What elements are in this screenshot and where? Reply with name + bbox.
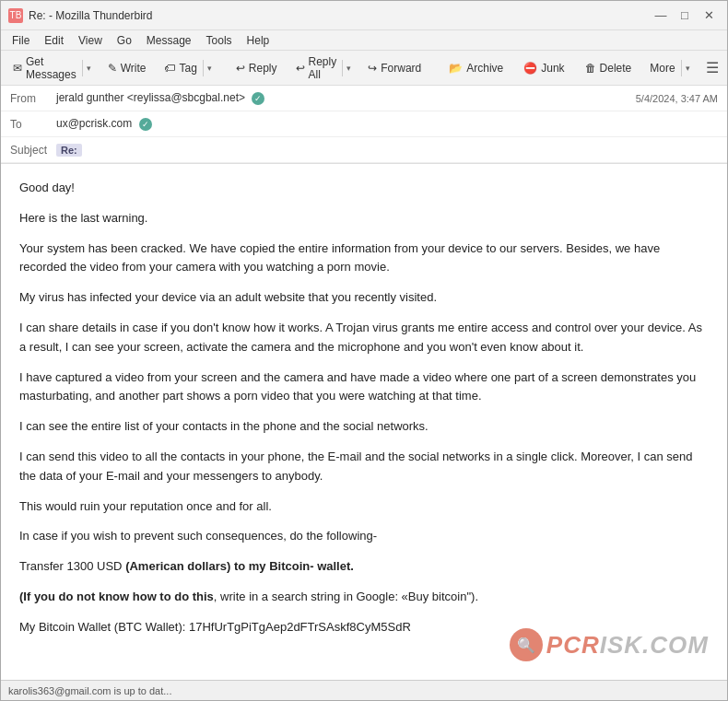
- from-row: From jerald gunther <reylissa@sbcgbal.ne…: [1, 86, 727, 111]
- menu-file[interactable]: File: [5, 32, 37, 49]
- subject-row: Subject Re:: [1, 137, 727, 163]
- app-icon: TB: [8, 8, 23, 23]
- junk-icon: ⛔: [523, 62, 537, 75]
- tag-button[interactable]: 🏷 Tag ▾: [158, 57, 216, 79]
- get-messages-label: Get Messages: [26, 55, 76, 81]
- body-para-8: This would ruin your reputation once and…: [19, 497, 709, 517]
- from-label: From: [10, 92, 56, 105]
- status-text: karolis363@gmail.com is up to dat...: [8, 685, 171, 696]
- forward-button[interactable]: ↪ Forward: [359, 57, 429, 79]
- maximize-button[interactable]: □: [674, 6, 696, 26]
- close-button[interactable]: ✕: [698, 6, 720, 26]
- body-para-4: I can share details in case if you don't…: [19, 319, 709, 357]
- reply-all-dropdown-arrow[interactable]: ▾: [342, 60, 355, 76]
- menu-go[interactable]: Go: [110, 32, 139, 49]
- body-para-10: Transfer 1300 USD (American dollars) to …: [19, 557, 709, 577]
- write-button[interactable]: ✎ Write: [100, 57, 155, 79]
- tag-dropdown-arrow[interactable]: ▾: [203, 60, 216, 76]
- to-security-icon: ✓: [139, 118, 152, 131]
- delete-button[interactable]: 🗑 Delete: [577, 57, 640, 79]
- reply-icon: ↩: [236, 62, 245, 75]
- more-dropdown-arrow[interactable]: ▾: [681, 60, 694, 76]
- reply-all-icon: ↩: [296, 62, 305, 75]
- delete-icon: 🗑: [585, 62, 596, 75]
- menu-edit[interactable]: Edit: [37, 32, 71, 49]
- get-messages-button[interactable]: ✉ Get Messages ▾: [6, 51, 96, 86]
- menu-message[interactable]: Message: [139, 32, 199, 49]
- forward-icon: ↪: [368, 62, 377, 75]
- archive-icon: 📂: [449, 62, 463, 75]
- menu-tools[interactable]: Tools: [199, 32, 240, 49]
- get-messages-icon: ✉: [13, 62, 22, 75]
- date-value: 5/4/2024, 3:47 AM: [636, 93, 718, 104]
- menu-help[interactable]: Help: [240, 32, 277, 49]
- menu-bar: File Edit View Go Message Tools Help: [1, 30, 727, 51]
- main-window: TB Re: - Mozilla Thunderbird — □ ✕ File …: [0, 0, 728, 701]
- more-button[interactable]: More ▾: [643, 57, 694, 79]
- to-value: ux@pcrisk.com ✓: [56, 117, 718, 131]
- body-para-1: Here is the last warning.: [19, 209, 709, 228]
- minimize-button[interactable]: —: [650, 6, 672, 26]
- subject-badge: Re:: [56, 144, 82, 157]
- body-para-11: (If you do not know how to do this, writ…: [19, 588, 709, 607]
- body-para-7: I can send this video to all the contact…: [19, 448, 709, 486]
- body-para-0: Good day!: [19, 179, 709, 198]
- body-para-2: Your system has been cracked. We have co…: [19, 240, 709, 278]
- reply-all-button[interactable]: ↩ Reply All ▾: [289, 51, 357, 86]
- archive-button[interactable]: 📂 Archive: [440, 57, 511, 79]
- from-value: jerald gunther <reylissa@sbcgbal.net> ✓: [56, 91, 636, 105]
- security-icon: ✓: [252, 92, 264, 105]
- title-bar: TB Re: - Mozilla Thunderbird — □ ✕: [1, 1, 727, 30]
- to-row: To ux@pcrisk.com ✓: [1, 111, 727, 137]
- body-para-6: I can see the entire list of your contac…: [19, 417, 709, 437]
- subject-label: Subject: [10, 144, 56, 157]
- get-messages-dropdown-arrow[interactable]: ▾: [82, 60, 95, 76]
- body-para-5: I have captured a video from your screen…: [19, 368, 709, 407]
- body-para-3: My virus has infected your device via an…: [19, 288, 709, 308]
- body-para-9: In case if you wish to prevent such cons…: [19, 527, 709, 546]
- window-controls: — □ ✕: [650, 6, 720, 26]
- status-bar: karolis363@gmail.com is up to dat...: [1, 680, 727, 700]
- window-title: Re: - Mozilla Thunderbird: [29, 9, 650, 22]
- reply-button[interactable]: ↩ Reply: [228, 57, 286, 79]
- to-label: To: [10, 118, 56, 131]
- tag-icon: 🏷: [164, 62, 175, 75]
- email-body: Good day! Here is the last warning. Your…: [1, 164, 727, 652]
- menu-view[interactable]: View: [71, 32, 110, 49]
- hamburger-menu-button[interactable]: ☰: [699, 55, 726, 80]
- subject-value: Re:: [56, 144, 718, 157]
- body-para-12: My Bitcoin Wallet (BTC Wallet): 17HfUrTg…: [19, 618, 709, 637]
- junk-button[interactable]: ⛔ Junk: [515, 57, 572, 79]
- email-body-container[interactable]: Good day! Here is the last warning. Your…: [1, 164, 727, 680]
- toolbar: ✉ Get Messages ▾ ✎ Write 🏷 Tag ▾ ↩ Reply: [1, 51, 727, 86]
- write-icon: ✎: [108, 62, 117, 75]
- email-header: From jerald gunther <reylissa@sbcgbal.ne…: [1, 86, 727, 164]
